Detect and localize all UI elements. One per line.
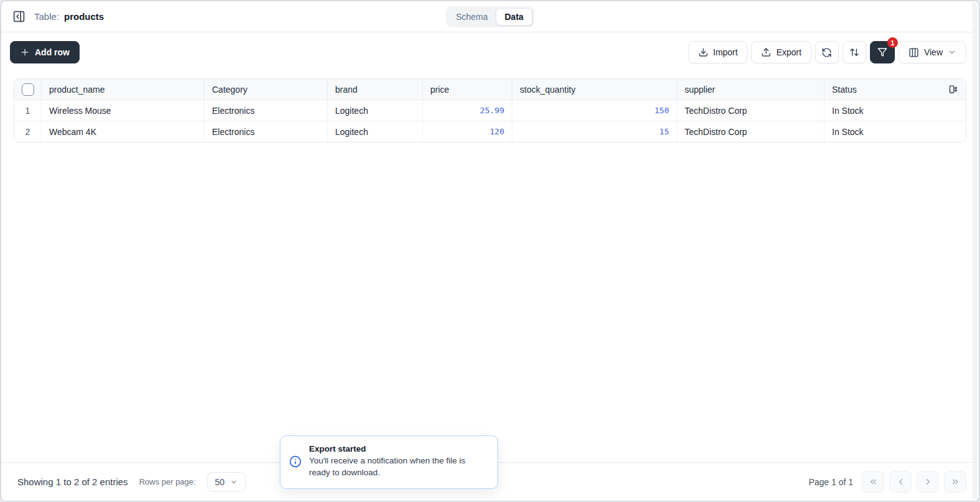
export-toast: Export started You'll receive a notifica… — [280, 435, 498, 489]
filter-count-badge: 1 — [887, 37, 898, 48]
rows-per-page-label: Rows per page: — [139, 477, 196, 486]
import-label: Import — [713, 47, 738, 57]
add-row-label: Add row — [35, 47, 70, 57]
first-page-button[interactable] — [862, 471, 884, 493]
column-header-status[interactable]: Status — [825, 79, 966, 100]
column-header-stock-quantity[interactable]: stock_quantity — [512, 79, 677, 100]
column-header-supplier[interactable]: supplier — [677, 79, 825, 100]
rows-per-page-value: 50 — [215, 477, 224, 487]
column-header-product-name[interactable]: product_name — [42, 79, 205, 100]
row-number: 2 — [14, 121, 42, 142]
pagination-controls — [862, 471, 966, 493]
columns-icon — [908, 47, 919, 58]
table-name: products — [64, 11, 104, 22]
table-header-row: product_name Category brand price stock_… — [14, 79, 966, 100]
view-button[interactable]: View — [899, 41, 966, 63]
footer-left: Showing 1 to 2 of 2 entries Rows per pag… — [17, 472, 246, 492]
download-icon — [698, 47, 708, 57]
import-button[interactable]: Import — [688, 41, 748, 63]
column-header-price[interactable]: price — [423, 79, 512, 100]
export-label: Export — [776, 47, 801, 57]
refresh-icon — [821, 47, 832, 58]
cell-price[interactable]: 25.99 — [423, 100, 512, 121]
next-page-button[interactable] — [917, 471, 939, 493]
cell-supplier[interactable]: TechDistro Corp — [677, 100, 825, 121]
table-label: Table: — [34, 11, 59, 22]
vertical-scrollbar[interactable] — [973, 2, 978, 500]
column-header-category[interactable]: Category — [205, 79, 328, 100]
table-row[interactable]: 1 Wireless Mouse Electronics Logitech 25… — [14, 100, 966, 121]
cell-status[interactable]: In Stock — [825, 121, 966, 142]
funnel-icon — [877, 47, 887, 57]
upload-icon — [761, 47, 771, 57]
table-row[interactable]: 2 Webcam 4K Electronics Logitech 120 15 … — [14, 121, 966, 142]
rows-per-page-select[interactable]: 50 — [207, 472, 246, 492]
info-circle-icon — [289, 455, 302, 468]
cell-product-name[interactable]: Wireless Mouse — [42, 100, 205, 121]
footer-right: Page 1 of 1 — [808, 471, 966, 493]
app-window: Table: products Schema Data Add row Impo… — [0, 0, 980, 502]
cell-price[interactable]: 120 — [423, 121, 512, 142]
cell-brand[interactable]: Logitech — [328, 121, 423, 142]
cell-product-name[interactable]: Webcam 4K — [42, 121, 205, 142]
cell-status[interactable]: In Stock — [825, 100, 966, 121]
column-header-brand[interactable]: brand — [328, 79, 423, 100]
add-row-button[interactable]: Add row — [10, 41, 80, 63]
arrow-up-down-icon — [849, 47, 859, 57]
status-header-label: Status — [832, 85, 857, 95]
previous-page-button[interactable] — [889, 471, 912, 493]
tab-data[interactable]: Data — [496, 8, 532, 26]
sort-button[interactable] — [843, 41, 866, 63]
top-bar: Table: products Schema Data — [1, 1, 979, 32]
chevron-left-icon — [896, 477, 905, 486]
chevron-down-icon — [948, 48, 956, 57]
cell-category[interactable]: Electronics — [205, 121, 328, 142]
cell-stock-quantity[interactable]: 15 — [512, 121, 677, 142]
toast-title: Export started — [309, 444, 488, 453]
select-all-checkbox[interactable] — [22, 83, 34, 96]
toast-message: You'll receive a notification when the f… — [309, 455, 488, 479]
cell-stock-quantity[interactable]: 150 — [512, 100, 677, 121]
chevron-down-icon — [230, 478, 238, 486]
data-table: product_name Category brand price stock_… — [14, 78, 966, 142]
plus-icon — [20, 47, 30, 57]
toast-content: Export started You'll receive a notifica… — [309, 444, 488, 479]
page-indicator: Page 1 of 1 — [808, 477, 853, 487]
refresh-button[interactable] — [815, 41, 839, 63]
panel-left-collapse-icon — [12, 10, 25, 23]
schema-data-tab-group: Schema Data — [446, 6, 534, 27]
toolbar: Add row Import Export — [1, 32, 979, 70]
chevrons-left-icon — [869, 477, 878, 486]
toolbar-right-group: Import Export — [688, 41, 966, 63]
entries-summary: Showing 1 to 2 of 2 entries — [17, 476, 128, 487]
view-label: View — [924, 47, 943, 57]
cell-category[interactable]: Electronics — [205, 100, 328, 121]
cell-brand[interactable]: Logitech — [328, 100, 423, 121]
select-all-cell — [14, 79, 42, 100]
row-number: 1 — [14, 100, 42, 121]
chevron-right-icon — [923, 477, 933, 486]
cell-supplier[interactable]: TechDistro Corp — [677, 121, 825, 142]
chevrons-right-icon — [951, 477, 960, 486]
sidebar-toggle-button[interactable] — [12, 10, 25, 23]
export-button[interactable]: Export — [751, 41, 811, 63]
tab-schema[interactable]: Schema — [448, 9, 496, 25]
filter-button[interactable]: 1 — [870, 41, 895, 63]
row-height-icon[interactable] — [948, 84, 958, 95]
last-page-button[interactable] — [944, 471, 966, 493]
